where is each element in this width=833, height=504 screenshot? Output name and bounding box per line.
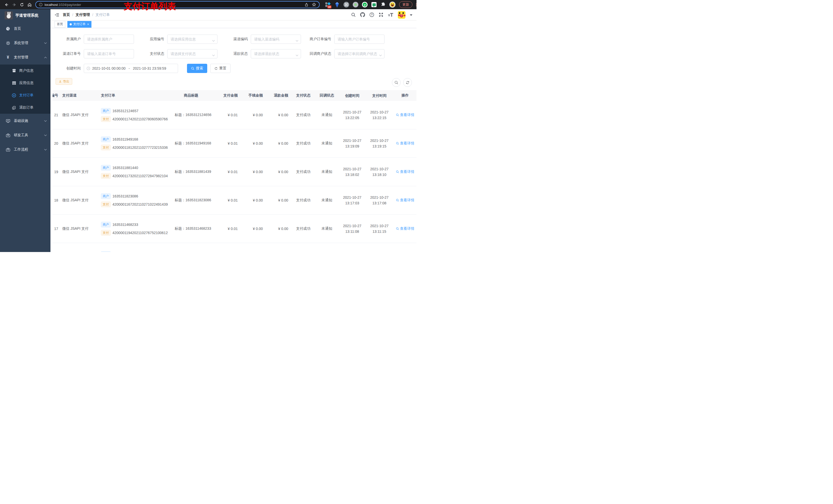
font-size-icon[interactable] [388,13,394,17]
merchant-tag: 商户 [101,108,111,114]
status-badge: 支付成功 [291,198,315,202]
svg-text:¥: ¥ [13,94,15,97]
browser-back-button[interactable] [3,1,10,8]
bookmark-star-icon[interactable] [312,3,316,7]
app-logo-row[interactable]: 芋道管理系统 [0,9,50,22]
filter-channel-code: 渠道编码 [220,34,304,44]
sidebar-item-merchant-info[interactable]: 商户信息 [0,65,50,77]
merchant-tag: 商户 [101,222,111,227]
reset-button[interactable]: 重置 [210,64,231,73]
sidebar-item-infra[interactable]: 基础设施 [0,114,50,128]
app-logo [5,11,13,20]
share-icon[interactable] [305,3,308,7]
close-icon[interactable]: × [87,22,89,26]
pay-tag: 支付 [101,230,111,236]
browser-update-button[interactable]: 更新 [399,1,412,8]
sidebar-item-app-info[interactable]: 应用信息 [0,77,50,89]
address-bar[interactable]: localhost:1024/pay/order [35,1,320,8]
search-icon[interactable] [351,13,356,17]
export-button[interactable]: 导出 [55,78,72,85]
tag-home[interactable]: 首页 [54,21,65,28]
document-copy-icon [12,106,16,110]
merchant-tag: 商户 [101,165,111,171]
date-end: 2021-10-31 23:59:59 [133,66,166,70]
callback-status-select[interactable] [334,49,384,58]
main-content: 所属商户 应用编号 渠道编码 商户订单编号 [50,28,416,252]
view-detail-link[interactable]: 查看详情 [396,198,414,202]
sidebar-collapse-icon[interactable] [54,13,59,17]
site-info-icon[interactable] [39,3,43,6]
extension-y-icon[interactable]: y [362,2,368,8]
table-row-partial: 商户1635311351796 [52,243,416,252]
filter-merchant: 所属商户 [53,34,137,44]
fullscreen-icon[interactable] [379,12,383,17]
browser-reload-button[interactable] [18,1,26,8]
toolbox-icon [6,147,10,152]
tag-active-dot [70,23,72,25]
status-badge: 支付成功 [291,113,315,117]
extension-chat-icon[interactable] [371,2,377,8]
merchant-order-no-input[interactable] [334,34,384,44]
sidebar-item-home[interactable]: 首页 [0,22,50,36]
pay-status-select[interactable] [167,49,217,58]
filter-merchant-order-no: 商户订单编号 [304,34,387,44]
table-row: 19 微信 JSAPI 支付 商户1635311881440 支付4200001… [52,158,416,186]
app-header: 首页 / 支付管理 / 支付订单 ? [50,9,416,21]
pay-tag: 支付 [101,173,111,179]
extension-badge-icon[interactable]: 10 [325,2,331,8]
tag-pay-order[interactable]: 支付订单 × [67,21,91,28]
merchant-input[interactable] [84,34,134,44]
table-toolbar: 导出 [50,78,416,85]
github-icon[interactable] [360,12,365,17]
date-range-picker[interactable]: 2021-10-01 00:00:00 - 2021-10-31 23:59:5… [84,64,178,73]
channel-order-no-input[interactable] [84,49,134,58]
filter-pay-status: 支付状态 [137,49,220,58]
extensions-puzzle-icon[interactable] [380,2,386,8]
yen-circle-icon: ¥ [12,93,16,98]
help-icon[interactable]: ? [370,12,374,17]
browser-forward-button[interactable] [10,1,18,8]
browser-home-button[interactable] [26,1,33,8]
view-detail-link[interactable]: 查看详情 [396,226,414,231]
browser-menu-icon[interactable]: ⋮ [414,3,416,7]
channel-code-select[interactable] [251,34,301,44]
app-select[interactable] [167,34,217,44]
breadcrumb-current: 支付订单 [96,13,110,17]
profile-avatar-icon[interactable] [389,2,396,8]
toolbox-icon [6,133,10,138]
annotation-title: 支付订单列表 [124,1,176,12]
search-toggle-icon[interactable] [392,78,401,87]
chevron-down-icon [44,149,47,150]
extension-kite-icon[interactable] [334,2,340,8]
extension-dot-icon[interactable] [353,2,359,8]
sidebar-item-workflow[interactable]: 工作流程 [0,142,50,157]
breadcrumb-home[interactable]: 首页 [63,13,70,17]
user-avatar[interactable] [398,11,405,19]
sidebar-item-system[interactable]: 系统管理 [0,36,50,50]
sidebar-item-dev-tools[interactable]: 研发工具 [0,128,50,142]
sidebar-item-payment[interactable]: ¥ 支付管理 [0,50,50,65]
yen-icon: ¥ [6,55,10,60]
table-row: 18 微信 JSAPI 支付 商户1635311823086 支付4200001… [52,186,416,215]
table-header-row: 编号 支付渠道 支付订单 商品标题 支付金额 手续金额 退款金额 支付状态 回调… [52,90,416,101]
breadcrumb-payment[interactable]: 支付管理 [76,13,90,17]
refund-status-select[interactable] [251,49,301,58]
sidebar-item-refund-order[interactable]: 退款订单 [0,101,50,114]
extension-badge-count: 10 [327,5,331,8]
sidebar-item-pay-order[interactable]: ¥ 支付订单 [0,89,50,101]
refresh-icon[interactable] [403,78,412,87]
view-detail-link[interactable]: 查看详情 [396,170,414,174]
status-badge: 支付成功 [291,170,315,174]
extension-command-icon[interactable] [343,2,349,8]
orders-table: 编号 支付渠道 支付订单 商品标题 支付金额 手续金额 退款金额 支付状态 回调… [52,90,416,252]
view-detail-link[interactable]: 查看详情 [396,141,414,146]
monitor-icon [6,119,10,123]
pay-tag: 支付 [101,145,111,150]
search-button[interactable]: 搜索 [187,64,207,73]
page: localhost:1024/pay/order 10 y [0,0,416,252]
avatar-caret-icon[interactable] [410,13,412,16]
filter-create-time: 创建时间 2021-10-01 00:00:00 - 2021-10-31 23… [53,64,178,73]
grid-icon [12,81,16,85]
view-detail-link[interactable]: 查看详情 [396,113,414,117]
breadcrumb: 首页 / 支付管理 / 支付订单 [63,13,110,17]
